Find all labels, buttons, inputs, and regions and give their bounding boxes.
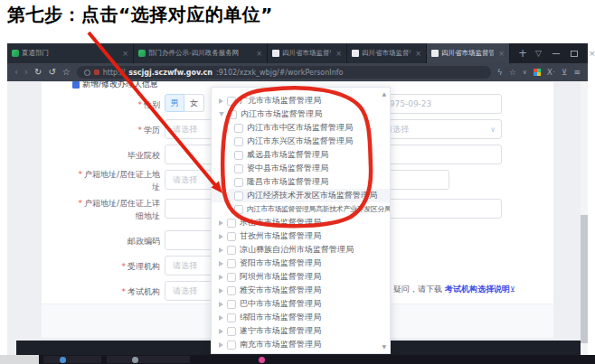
site-info-icon[interactable] [84,70,90,76]
expand-arrow-icon[interactable] [219,315,223,321]
tree-item[interactable]: 资阳市市场监督管理局 [212,257,390,270]
tree-item[interactable]: 雅安市市场监督管理局 [212,284,390,297]
pink-app-icon[interactable] [259,357,265,363]
tab-close-icon[interactable]: × [122,50,128,58]
expand-arrow-icon[interactable] [219,98,223,104]
browser-tab-1[interactable]: 直通部门 × [7,43,134,63]
maximize-icon[interactable] [571,51,578,57]
expand-arrow-icon[interactable] [219,342,223,348]
checkbox[interactable] [227,300,236,309]
history-icon[interactable]: ↺ [48,68,55,77]
tree-item[interactable]: 遂宁市市场监督管理局 [212,324,390,338]
url-host: sscjgj.sczwfw.gov.cn [128,69,212,77]
right-input-2[interactable] [376,199,502,219]
checkbox[interactable] [234,137,243,146]
tab-title: 部门办件公示-四川政务服务网 [148,49,251,58]
tree-item[interactable]: 内江市市场监督管理局高新技术产业开发区分局 [212,202,390,216]
reload-icon[interactable]: ↻ [34,68,42,77]
checkbox[interactable] [227,341,236,350]
gender-female-button[interactable]: 女 [184,94,204,112]
collapse-arrow-icon[interactable] [219,112,224,117]
checkbox[interactable] [234,124,243,133]
tree-item[interactable]: 甘孜州市场监督管理局 [212,229,390,243]
expand-arrow-icon[interactable] [219,247,223,253]
expand-arrow-icon[interactable] [219,261,223,266]
translate-icon[interactable]: X· [547,69,555,77]
browser-tab-5-active[interactable]: 四川省市场监督管理局网上办 × [427,43,510,63]
tray-download-icon[interactable]: ▽ [535,49,542,58]
expand-arrow-icon[interactable] [219,234,223,239]
favorite-star-icon[interactable]: ☆ [509,69,516,77]
expand-arrow-icon[interactable] [219,329,223,334]
checkbox[interactable] [227,313,236,322]
required-mark: * [78,170,82,179]
expand-arrow-icon[interactable] [219,302,223,307]
gray-app-icon[interactable] [132,357,138,363]
tree-item[interactable]: 巴中市市场监督管理局 [212,297,390,311]
download-icon[interactable]: ⊻ [562,69,568,77]
right-select[interactable]: 请选择∨ [376,119,502,139]
checkbox[interactable] [228,110,237,119]
tree-item[interactable]: 南充市市场监督管理局 [212,338,390,351]
page-section-title-text: 新增/修改办理人信息 [82,81,158,90]
taskbar-app-button[interactable] [107,356,190,363]
checkbox[interactable] [227,232,236,241]
extensions-grid-icon[interactable] [534,69,541,76]
tree-item[interactable]: 威远县市场监督管理局 [212,148,390,162]
tab-close-icon[interactable]: × [415,50,421,58]
exam-org-guide-link[interactable]: 考试机构选择说明 [445,285,510,294]
checkbox[interactable] [234,164,243,173]
browser-tab-4[interactable]: 四川省市场监督管理局网上办 × [347,43,427,63]
checkbox[interactable] [227,327,236,336]
back-icon[interactable]: ‹ [14,68,18,77]
field-label-postcode: 邮政编码 [77,235,160,247]
checkbox[interactable] [227,259,236,268]
checkbox[interactable] [227,97,236,106]
taskbar-app-button[interactable] [43,356,101,363]
browser-tab-2[interactable]: 部门办件公示-四川政务服务网 × [134,43,268,63]
minimize-icon[interactable] [552,53,560,54]
tab-close-icon[interactable]: × [256,50,262,58]
checkbox[interactable] [234,178,243,187]
tree-item[interactable]: 绵阳市市场监督管理局 [212,311,390,324]
scroll-down-icon[interactable]: ▼ [382,344,386,350]
tree-item[interactable]: 内江市东兴区市场监督管理局 [212,135,390,148]
checkbox[interactable] [234,191,243,201]
expand-arrow-icon[interactable] [219,288,223,294]
scroll-up-icon[interactable]: ▲ [382,91,386,97]
checkbox[interactable] [227,219,236,228]
browser-tab-3[interactable]: 四川省市场监督管理局网上办 × [268,43,347,63]
speed-mode-icon[interactable]: ϟ [497,69,503,77]
checkbox[interactable] [234,205,243,214]
right-input-1[interactable] [376,145,502,164]
page-scrollbar-thumb[interactable] [581,215,588,343]
gender-male-button[interactable]: 男 [165,94,184,112]
blue-app-icon[interactable] [60,357,66,363]
tab-close-icon[interactable]: × [335,50,342,58]
url-field[interactable]: http://sscjgj.sczwfw.gov.cn:9102/xzxk_wb… [77,66,491,79]
forward-icon[interactable]: › [24,68,28,77]
tab-close-icon[interactable]: × [498,50,505,58]
tree-item[interactable]: 隆昌市市场监督管理局 [212,175,390,189]
checkbox[interactable] [227,286,236,295]
checkbox[interactable] [227,273,236,282]
bookmark-star-icon[interactable]: ☆ [62,68,71,77]
tree-item[interactable]: 内江市市场监督管理局 [212,107,390,121]
tree-item[interactable]: 阿坝州市场监督管理局 [212,270,390,284]
required-mark: * [138,100,143,109]
chevron-down-icon[interactable]: ∨ [523,70,527,76]
tree-item[interactable]: 凉山彝族自治州市场监督管理局 [212,243,390,257]
tree-item[interactable]: 内江市市中区市场监督管理局 [212,121,390,135]
new-tab-button[interactable]: + [510,43,535,63]
birth-date-input[interactable]: 1975-09-23 [376,94,502,114]
menu-icon[interactable]: ≡ [573,69,581,77]
checkbox[interactable] [227,246,236,255]
checkbox[interactable] [234,151,243,160]
tree-item[interactable]: 资中县市场监督管理局 [212,162,390,175]
close-icon[interactable]: × [589,49,595,58]
expand-arrow-icon[interactable] [219,275,223,280]
tree-item-highlighted[interactable]: 内江经济技术开发区市场监督管理局 [212,189,390,202]
tree-item[interactable]: 乐山市市场监督管理局 [212,216,390,229]
tree-item[interactable]: 广元市市场监督管理局 [212,94,390,107]
expand-arrow-icon[interactable] [219,220,223,226]
